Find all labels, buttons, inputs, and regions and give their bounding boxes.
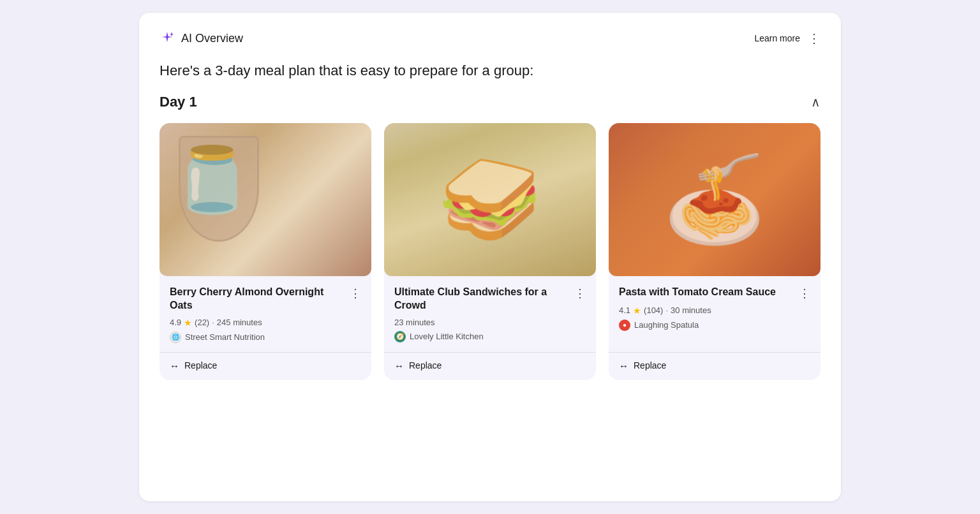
star-icon-1: ★ — [184, 318, 192, 328]
replace-button-1[interactable]: ↔ Replace — [170, 360, 217, 371]
source-name-2: Lovely Little Kitchen — [410, 332, 484, 341]
recipe-card-1[interactable]: Berry Cherry Almond Overnight Oats ⋮ 4.9… — [160, 123, 371, 380]
ai-sparkle-icon — [160, 31, 175, 46]
card-title-3: Pasta with Tomato Cream Sauce — [619, 285, 794, 299]
card-body-3: Pasta with Tomato Cream Sauce ⋮ 4.1 ★ (1… — [609, 276, 820, 352]
day-header: Day 1 ∧ — [160, 94, 820, 110]
card-source-3: ● Laughing Spatula — [619, 319, 810, 331]
card-menu-icon-3[interactable]: ⋮ — [799, 285, 810, 300]
ai-overview-title: AI Overview — [181, 32, 243, 45]
recipe-card-2[interactable]: Ultimate Club Sandwiches for a Crowd ⋮ 2… — [384, 123, 596, 380]
card-review-count-3: (104) — [644, 305, 663, 315]
header-right: Learn more ⋮ — [754, 32, 820, 45]
recipe-image-pasta — [609, 123, 820, 276]
recipe-cards-grid: Berry Cherry Almond Overnight Oats ⋮ 4.9… — [160, 123, 820, 380]
card-review-count-1: (22) — [195, 318, 209, 327]
card-source-1: 🌐 Street Smart Nutrition — [170, 332, 361, 343]
card-time-3: 30 minutes — [671, 305, 711, 315]
header: AI Overview Learn more ⋮ — [160, 31, 820, 46]
replace-icon-2: ↔ — [394, 360, 404, 371]
source-icon-3: ● — [619, 319, 630, 331]
card-time-2: 23 minutes — [394, 318, 435, 327]
card-title-row-3: Pasta with Tomato Cream Sauce ⋮ — [619, 285, 810, 300]
replace-icon-1: ↔ — [170, 360, 179, 371]
card-footer-2: ↔ Replace — [384, 353, 596, 380]
header-left: AI Overview — [160, 31, 243, 46]
card-footer-3: ↔ Replace — [609, 353, 820, 380]
card-menu-icon-1[interactable]: ⋮ — [350, 285, 361, 300]
replace-label-1: Replace — [184, 360, 217, 371]
recipe-image-sandwich — [384, 123, 596, 276]
dot-3: · — [665, 305, 668, 315]
replace-icon-3: ↔ — [619, 360, 628, 371]
dot-1: · — [212, 318, 214, 327]
replace-label-2: Replace — [409, 360, 442, 371]
ai-overview-panel: AI Overview Learn more ⋮ Here's a 3-day … — [139, 13, 841, 501]
card-meta-2: 23 minutes — [394, 318, 586, 327]
collapse-day-icon[interactable]: ∧ — [811, 94, 820, 110]
recipe-card-3[interactable]: Pasta with Tomato Cream Sauce ⋮ 4.1 ★ (1… — [609, 123, 820, 380]
card-rating-1: 4.9 — [170, 318, 181, 327]
replace-label-3: Replace — [634, 360, 666, 371]
card-footer-1: ↔ Replace — [160, 353, 371, 380]
card-title-row-2: Ultimate Club Sandwiches for a Crowd ⋮ — [394, 285, 586, 312]
replace-button-2[interactable]: ↔ Replace — [394, 360, 442, 371]
replace-button-3[interactable]: ↔ Replace — [619, 360, 666, 371]
card-rating-3: 4.1 — [619, 305, 630, 315]
learn-more-link[interactable]: Learn more — [754, 33, 800, 43]
source-name-1: Street Smart Nutrition — [185, 332, 265, 342]
intro-text: Here's a 3-day meal plan that is easy to… — [160, 61, 820, 81]
card-source-2: 🧭 Lovely Little Kitchen — [394, 331, 586, 342]
card-time-1: 245 minutes — [217, 318, 262, 327]
source-icon-1: 🌐 — [170, 332, 181, 343]
day-title: Day 1 — [160, 94, 197, 110]
star-icon-3: ★ — [633, 305, 641, 316]
more-options-icon[interactable]: ⋮ — [808, 32, 820, 45]
card-body-2: Ultimate Club Sandwiches for a Crowd ⋮ 2… — [384, 276, 596, 352]
card-meta-1: 4.9 ★ (22) · 245 minutes — [170, 318, 361, 328]
card-meta-3: 4.1 ★ (104) · 30 minutes — [619, 305, 810, 316]
card-title-2: Ultimate Club Sandwiches for a Crowd — [394, 285, 569, 312]
card-menu-icon-2[interactable]: ⋮ — [574, 285, 586, 300]
source-name-3: Laughing Spatula — [634, 320, 699, 330]
card-title-row-1: Berry Cherry Almond Overnight Oats ⋮ — [170, 285, 361, 312]
recipe-image-oats — [160, 123, 371, 276]
card-body-1: Berry Cherry Almond Overnight Oats ⋮ 4.9… — [160, 276, 371, 352]
source-icon-2: 🧭 — [394, 331, 406, 342]
card-title-1: Berry Cherry Almond Overnight Oats — [170, 285, 345, 312]
